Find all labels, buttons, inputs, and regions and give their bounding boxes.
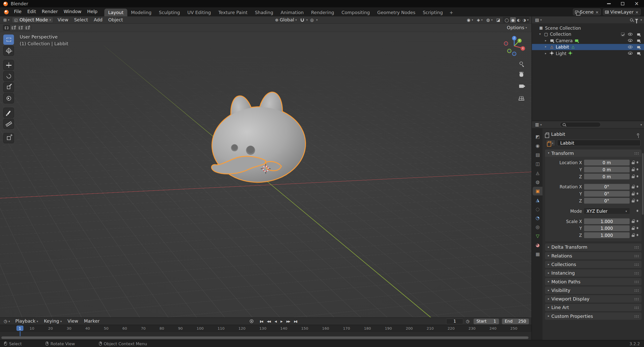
props-tab-object[interactable]: ▣ [533,187,543,195]
auto-keying-toggle[interactable] [250,319,254,323]
solid-shading-button[interactable] [510,17,516,23]
editor-type-dropdown[interactable] [2,17,11,23]
animate-dot-icon[interactable] [636,186,638,187]
panel-instancing[interactable]: ▸ Instancing [545,269,642,277]
play-button[interactable]: ▶ [279,318,284,324]
disable-render-camera-icon[interactable] [636,52,641,54]
props-tab-data[interactable]: ▽ [533,232,543,240]
lock-icon[interactable] [631,200,634,202]
current-frame-field[interactable]: 1 [446,318,464,324]
snap-toggle[interactable] [299,18,305,22]
transform-orientation-dropdown[interactable]: Global [274,17,298,23]
transform-value-field[interactable]: 0 m [584,166,629,172]
props-tab-texture[interactable]: ▦ [533,250,543,258]
camera-view-button[interactable] [517,83,525,90]
timeline-scrollbar[interactable] [1,336,529,339]
timeline-ruler[interactable]: 1020304050607080901001101201301401501601… [0,325,532,331]
outliner-item-label[interactable]: Light [556,51,567,56]
panel-visibility[interactable]: ▸ Visibility [545,287,642,294]
proportional-falloff-dropdown[interactable] [316,17,318,23]
jump-to-end-button[interactable]: ▶▮ [293,318,299,324]
end-frame-field[interactable]: End 250 [502,318,529,324]
transform-value-field[interactable]: 1.000 [584,218,629,224]
viewport-menu-item[interactable]: View [55,15,71,24]
props-tab-physics[interactable]: ◔ [533,214,543,223]
props-tab-scene[interactable]: ◬ [533,169,543,177]
minimize-button[interactable] [606,1,611,6]
viewport-canvas[interactable]: User Perspective (1) Collection | Labbit [0,32,532,317]
tool-transform[interactable] [3,93,14,104]
rendered-shading-button[interactable] [521,17,527,23]
transform-value-field[interactable]: 0 m [584,173,629,179]
animate-dot-icon[interactable] [636,161,638,163]
viewlayer-selector[interactable]: ViewLayer [603,9,640,15]
xray-toggle[interactable] [495,18,501,22]
props-tab-view-layer[interactable]: ◫ [533,160,543,168]
outliner-row-light[interactable]: ▸ Light [532,50,644,56]
select-mode-new-button[interactable] [3,25,10,31]
lock-icon[interactable] [631,169,634,171]
workspace-tab-modeling[interactable]: Modeling [127,9,155,16]
outliner-row-camera[interactable]: ▸ Camera [532,37,644,44]
properties-editor-type-dropdown[interactable] [534,122,543,127]
outliner-item-label[interactable]: Camera [556,38,573,43]
expand-arrow[interactable]: ▸ [545,45,549,49]
workspace-tab-compositing[interactable]: Compositing [338,9,374,16]
workspace-tab-animation[interactable]: Animation [277,9,307,16]
panel-grip-icon[interactable] [634,152,635,153]
hide-viewport-eye-icon[interactable] [628,33,632,35]
tool-rotate[interactable] [3,71,14,81]
hide-viewport-eye-icon[interactable] [628,39,632,42]
panel-grip-icon[interactable] [634,272,635,273]
properties-search-input[interactable] [560,122,601,127]
close-button[interactable] [634,1,639,6]
viewlayer-remove-icon[interactable] [635,9,639,15]
transform-value-field[interactable]: 1.000 [584,232,629,238]
props-tab-render[interactable]: ◉ [533,142,543,150]
panel-line-art[interactable]: ▸ Line Art [545,304,642,311]
object-browse-button[interactable] [546,140,555,146]
exclude-checkbox[interactable] [621,32,625,36]
panel-delta-transform[interactable]: ▸ Delta Transform [545,243,642,251]
lock-icon[interactable] [631,193,634,195]
workspace-tab-shading[interactable]: Shading [251,9,277,16]
panel-custom-properties[interactable]: ▸ Custom Properties [545,312,642,320]
playhead[interactable]: 1 [16,326,23,331]
transform-panel-header[interactable]: ▾ Transform [545,149,642,157]
timeline-menu-item[interactable]: View [65,317,81,326]
tool-measure[interactable] [3,119,14,129]
transform-value-field[interactable]: 0° [584,198,629,203]
previous-keyframe-button[interactable]: ◀◀ [265,318,272,324]
hide-viewport-eye-icon[interactable] [628,46,632,48]
transform-value-field[interactable]: XYZ Euler [584,208,629,214]
outliner-row-collection[interactable]: ▾ Collection [532,31,644,37]
animate-dot-icon[interactable] [636,220,638,222]
lock-icon[interactable] [631,228,634,230]
navigation-gizmo[interactable]: Z Y X [503,34,526,57]
search-icon[interactable] [630,18,633,21]
object-name-input[interactable]: Labbit [557,140,641,146]
timeline-menu-item[interactable]: Keying [41,317,65,326]
properties-options-dropdown[interactable] [640,122,642,127]
lock-icon[interactable] [631,162,634,164]
workspace-tab-texture-paint[interactable]: Texture Paint [215,9,251,16]
props-tab-world[interactable]: ◍ [533,178,543,186]
props-tab-output[interactable]: ▤ [533,151,543,159]
animate-dot-icon[interactable] [636,234,638,236]
maximize-button[interactable] [620,1,625,6]
timeline-menu-item[interactable]: Playback [12,317,41,326]
tool-add-cube[interactable] [3,133,14,143]
outliner-row-scene-collection[interactable]: Scene Collection [532,25,644,31]
object-visibility-dropdown[interactable] [466,17,474,23]
select-mode-subtract-button[interactable] [17,25,24,31]
start-frame-field[interactable]: Start 1 [473,318,499,324]
tool-cursor[interactable] [3,46,14,56]
props-tab-constraints[interactable]: ◎ [533,223,543,232]
outliner-row-labbit[interactable]: ▸ Labbit [532,44,644,50]
scene-selector[interactable]: Scene [573,9,601,15]
blender-app-menu[interactable] [2,7,11,16]
zoom-button[interactable] [517,60,525,66]
proportional-editing-toggle[interactable] [309,18,315,22]
outliner-item-label[interactable]: Collection [550,32,571,37]
menubar-item[interactable]: Edit [24,7,39,16]
